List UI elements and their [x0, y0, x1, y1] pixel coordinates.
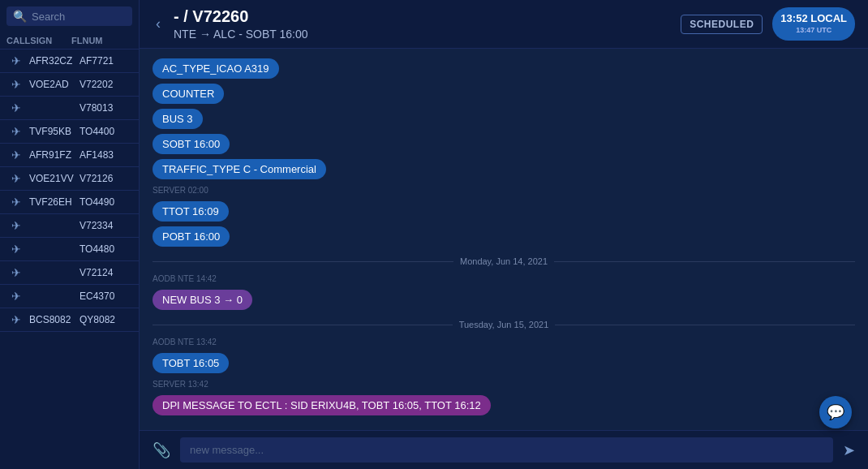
- flight-callsign: TVF26EH: [29, 196, 76, 208]
- date-divider: Monday, Jun 14, 2021: [153, 256, 855, 266]
- flight-list: ✈ AFR32CZ AF7721 ✈ VOE2AD V72202 ✈ V7801…: [0, 49, 139, 469]
- message-input[interactable]: [180, 437, 833, 463]
- message-chip: BUS 3: [153, 109, 203, 129]
- flight-item[interactable]: ✈ TVF26EH TO4490: [0, 191, 139, 214]
- message-chip: TTOT 16:09: [153, 201, 229, 222]
- message-chip: NEW BUS 3 → 0: [153, 290, 252, 310]
- flight-route: NTE → ALC - SOBT 16:00: [174, 28, 671, 41]
- attach-button[interactable]: 📎: [149, 440, 174, 461]
- plane-icon: ✈: [6, 125, 26, 138]
- time-badge: 13:52 LOCAL 13:47 UTC: [772, 7, 855, 41]
- flight-item[interactable]: ✈ V72334: [0, 214, 139, 238]
- plane-icon: ✈: [6, 266, 26, 279]
- search-bar[interactable]: 🔍: [6, 6, 132, 26]
- message-chip: AC_TYPE_ICAO A319: [153, 58, 279, 79]
- flight-flnum: V72334: [79, 220, 113, 231]
- aodb-label: AODB NTE 14:42: [153, 274, 855, 283]
- message-input-bar: 📎 ➤: [140, 430, 868, 469]
- flight-flnum: V72126: [79, 173, 113, 184]
- main-panel: ‹ - / V72260 NTE → ALC - SOBT 16:00 SCHE…: [140, 0, 868, 469]
- flight-flnum: QY8082: [79, 314, 115, 325]
- flight-item[interactable]: ✈ V78013: [0, 97, 139, 120]
- flight-flnum: AF7721: [79, 55, 114, 67]
- flight-flnum: V72124: [79, 267, 113, 278]
- flight-flnum: EC4370: [79, 290, 114, 302]
- message-chip: DPI MESSAGE TO ECTL : SID ERIXU4B, TOBT …: [153, 395, 491, 415]
- plane-icon: ✈: [6, 54, 26, 67]
- flight-item[interactable]: ✈ BCS8082 QY8082: [0, 308, 139, 332]
- flnum-col-header: FLNUM: [71, 36, 103, 45]
- flight-item[interactable]: ✈ TVF95KB TO4400: [0, 120, 139, 144]
- header-title-group: - / V72260 NTE → ALC - SOBT 16:00: [174, 7, 671, 41]
- flight-callsign: BCS8082: [29, 314, 76, 325]
- plane-icon: ✈: [6, 78, 26, 91]
- chat-fab-button[interactable]: 💬: [819, 396, 852, 428]
- plane-icon: ✈: [6, 101, 26, 114]
- flight-flnum: V72202: [79, 79, 113, 90]
- message-chip: SOBT 16:00: [153, 134, 230, 154]
- plane-icon: ✈: [6, 172, 26, 185]
- flight-callsign: VOE21VV: [29, 173, 76, 184]
- flight-item[interactable]: ✈ AFR91FZ AF1483: [0, 144, 139, 167]
- flight-flnum: TO4490: [79, 196, 114, 208]
- message-chip: POBT 16:00: [153, 226, 230, 247]
- utc-time: 13:47 UTC: [780, 26, 847, 36]
- date-divider: Tuesday, Jun 15, 2021: [153, 320, 855, 329]
- flight-item[interactable]: ✈ V72124: [0, 261, 139, 285]
- plane-icon: ✈: [6, 290, 26, 303]
- message-chip: TRAFFIC_TYPE C - Commercial: [153, 159, 326, 179]
- flight-item[interactable]: ✈ VOE21VV V72126: [0, 167, 139, 191]
- send-button[interactable]: ➤: [840, 440, 858, 461]
- message-chip: TOBT 16:05: [153, 353, 229, 373]
- flight-flnum: V78013: [79, 102, 113, 114]
- status-badge: SCHEDULED: [681, 15, 763, 34]
- flight-item[interactable]: ✈ VOE2AD V72202: [0, 73, 139, 97]
- chat-area: AC_TYPE_ICAO A319COUNTERBUS 3SOBT 16:00T…: [140, 49, 868, 430]
- flight-title: - / V72260: [174, 7, 671, 26]
- plane-icon: ✈: [6, 243, 26, 256]
- plane-icon: ✈: [6, 313, 26, 326]
- flight-item[interactable]: ✈ TO4480: [0, 238, 139, 261]
- plane-icon: ✈: [6, 219, 26, 232]
- search-input[interactable]: [32, 11, 126, 23]
- flight-callsign: AFR32CZ: [29, 55, 76, 67]
- plane-icon: ✈: [6, 196, 26, 209]
- message-chip: COUNTER: [153, 84, 224, 104]
- flight-item[interactable]: ✈ EC4370: [0, 285, 139, 308]
- flight-callsign: VOE2AD: [29, 79, 76, 90]
- sidebar-header: CALLSIGN FLNUM: [0, 32, 139, 49]
- flight-callsign: AFR91FZ: [29, 149, 76, 161]
- flight-item[interactable]: ✈ AFR32CZ AF7721: [0, 49, 139, 73]
- flight-flnum: TO4480: [79, 243, 114, 255]
- back-button[interactable]: ‹: [153, 12, 164, 36]
- server-label: SERVER 02:00: [153, 186, 855, 195]
- aodb-label: AODB NTE 13:42: [153, 338, 855, 346]
- callsign-col-header: CALLSIGN: [6, 36, 71, 45]
- header: ‹ - / V72260 NTE → ALC - SOBT 16:00 SCHE…: [140, 0, 868, 49]
- flight-flnum: AF1483: [79, 149, 114, 161]
- plane-icon: ✈: [6, 148, 26, 161]
- local-time: 13:52 LOCAL: [780, 12, 847, 24]
- flight-callsign: TVF95KB: [29, 126, 76, 137]
- search-icon: 🔍: [13, 10, 27, 23]
- flight-flnum: TO4400: [79, 126, 114, 137]
- server-label: SERVER 13:42: [153, 380, 855, 389]
- sidebar: 🔍 CALLSIGN FLNUM ✈ AFR32CZ AF7721 ✈ VOE2…: [0, 0, 140, 469]
